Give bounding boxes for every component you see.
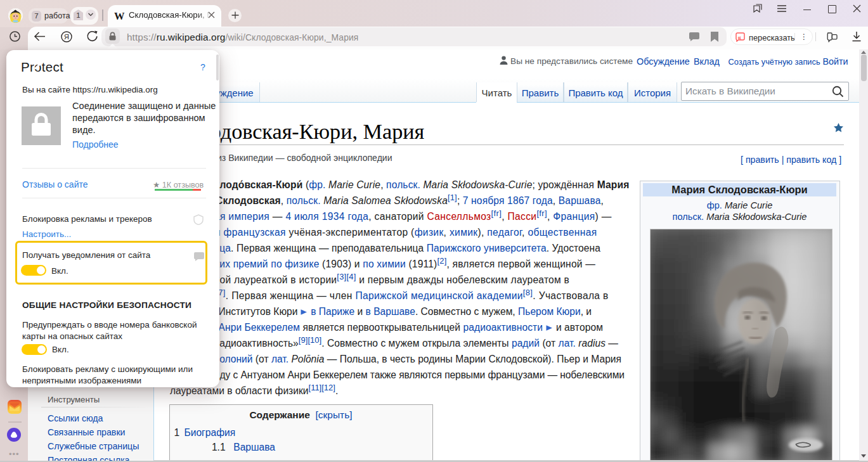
svg-text:«: « (737, 34, 741, 41)
svg-text:Я: Я (64, 33, 69, 41)
